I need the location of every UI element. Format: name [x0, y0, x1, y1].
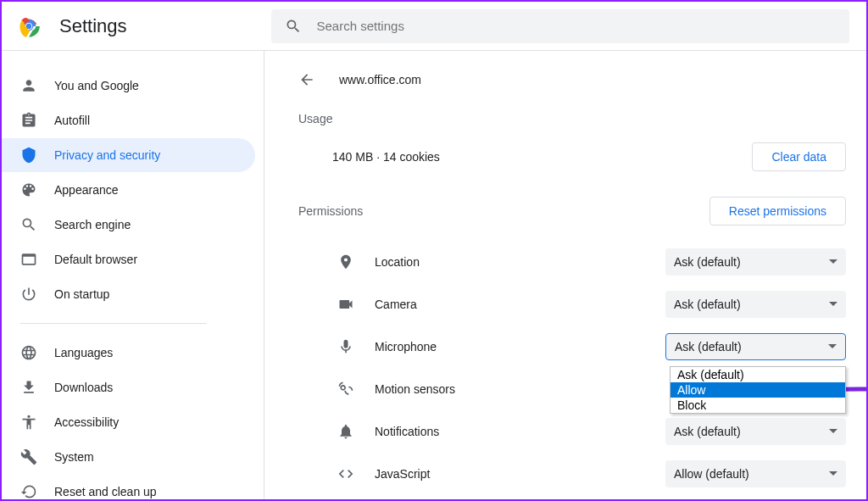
permission-select-notifications[interactable]: Ask (default) — [665, 418, 846, 445]
dropdown-option-ask[interactable]: Ask (default) — [670, 367, 845, 382]
divider — [20, 323, 207, 324]
sidebar-item-label: Search engine — [54, 218, 131, 231]
microphone-icon — [337, 338, 354, 355]
permission-select-javascript[interactable]: Allow (default) — [665, 460, 846, 487]
top-bar: Settings — [2, 2, 866, 51]
sidebar-item-default-browser[interactable]: Default browser — [2, 242, 255, 276]
sidebar-item-accessibility[interactable]: Accessibility — [2, 405, 255, 439]
shield-icon — [20, 147, 37, 164]
sidebar-item-privacy[interactable]: Privacy and security — [2, 138, 255, 172]
download-icon — [20, 379, 37, 396]
clipboard-icon — [20, 112, 37, 129]
sidebar-item-label: Appearance — [54, 183, 119, 197]
site-url: www.office.com — [339, 73, 421, 86]
permission-label: Camera — [375, 298, 665, 311]
chrome-logo-icon — [17, 14, 41, 38]
page-title: Settings — [59, 15, 127, 37]
sidebar: You and Google Autofill Privacy and secu… — [2, 51, 264, 499]
search-icon — [285, 18, 302, 35]
permission-select-camera[interactable]: Ask (default) — [665, 291, 846, 318]
code-icon — [337, 465, 354, 482]
search-icon — [20, 216, 37, 233]
usage-text: 140 MB · 14 cookies — [332, 150, 440, 164]
sidebar-item-startup[interactable]: On startup — [2, 277, 255, 311]
sidebar-item-label: Reset and clean up — [54, 485, 157, 498]
permission-label: Microphone — [375, 340, 665, 353]
bell-icon — [337, 423, 354, 440]
sidebar-item-label: On startup — [54, 287, 109, 301]
reset-permissions-button[interactable]: Reset permissions — [709, 197, 846, 225]
content: www.office.com Usage 140 MB · 14 cookies… — [264, 51, 866, 499]
palette-icon — [20, 181, 37, 198]
dropdown-option-block[interactable]: Block — [670, 398, 845, 413]
caret-down-icon — [829, 300, 837, 309]
dropdown-option-allow[interactable]: Allow — [670, 382, 845, 398]
back-arrow-icon[interactable] — [298, 71, 315, 88]
caret-down-icon — [828, 342, 837, 351]
person-icon — [20, 77, 37, 94]
permission-row-notifications: Notifications Ask (default) — [298, 410, 853, 453]
sidebar-item-label: You and Google — [54, 79, 139, 92]
sidebar-item-downloads[interactable]: Downloads — [2, 370, 255, 404]
search-container[interactable] — [271, 9, 850, 43]
location-icon — [337, 253, 354, 270]
permission-label: Location — [375, 255, 665, 269]
sidebar-item-label: Privacy and security — [54, 148, 160, 162]
sidebar-item-system[interactable]: System — [2, 440, 255, 474]
caret-down-icon — [829, 427, 837, 436]
usage-header: Usage — [298, 112, 853, 125]
accessibility-icon — [20, 414, 37, 431]
sidebar-item-search[interactable]: Search engine — [2, 208, 255, 242]
sidebar-item-label: Default browser — [54, 253, 137, 266]
permission-label: Notifications — [375, 425, 665, 438]
permission-row-javascript: JavaScript Allow (default) — [298, 453, 853, 495]
globe-icon — [20, 344, 37, 361]
sidebar-item-label: System — [54, 450, 94, 464]
reset-icon — [20, 483, 37, 500]
power-icon — [20, 286, 37, 303]
sidebar-item-label: Accessibility — [54, 415, 119, 429]
browser-icon — [20, 251, 37, 268]
permissions-header: Permissions — [298, 204, 363, 218]
sidebar-item-appearance[interactable]: Appearance — [2, 173, 255, 207]
permission-select-microphone[interactable]: Ask (default) — [665, 333, 846, 360]
sidebar-item-label: Downloads — [54, 381, 113, 394]
permission-select-location[interactable]: Ask (default) — [665, 248, 846, 276]
permission-row-camera: Camera Ask (default) — [298, 283, 853, 326]
sidebar-item-label: Languages — [54, 346, 113, 359]
permission-row-location: Location Ask (default) — [298, 241, 853, 283]
dropdown-menu: Ask (default) Allow Block — [670, 366, 846, 414]
caret-down-icon — [829, 470, 837, 478]
clear-data-button[interactable]: Clear data — [752, 142, 846, 171]
sidebar-item-label: Autofill — [54, 114, 90, 127]
sidebar-item-reset[interactable]: Reset and clean up — [2, 475, 255, 501]
sidebar-item-autofill[interactable]: Autofill — [2, 103, 255, 137]
permission-label: JavaScript — [375, 467, 665, 481]
sidebar-item-languages[interactable]: Languages — [2, 336, 255, 370]
caret-down-icon — [829, 258, 837, 266]
sidebar-item-you-and-google[interactable]: You and Google — [2, 69, 255, 103]
permission-row-microphone: Microphone Ask (default) — [298, 326, 853, 368]
camera-icon — [337, 296, 354, 313]
search-input[interactable] — [317, 19, 837, 33]
motion-sensor-icon — [337, 381, 354, 398]
wrench-icon — [20, 448, 37, 465]
